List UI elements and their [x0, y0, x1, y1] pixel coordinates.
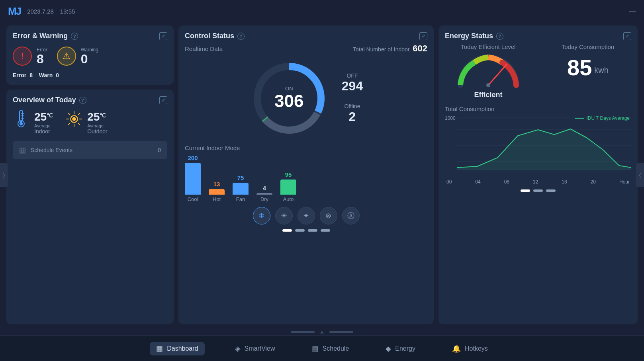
summary-warn-label: Warn	[39, 72, 53, 78]
left-column: Error & Warning ? ⤢ ! Error 8 ⚠ Warning …	[6, 25, 174, 324]
left-expand-button[interactable]: 〉	[0, 163, 8, 187]
outdoor-temp-data: 25 ℃ Average Outdoor	[87, 111, 108, 135]
dry-mode-button[interactable]: ⊗	[320, 207, 337, 224]
nav-schedule[interactable]: ▤ Schedule	[305, 342, 356, 355]
mode-bars: 200 Cool 13 Hot 75 Fan 4 Dry	[185, 154, 427, 202]
x-label-04: 04	[475, 179, 480, 185]
energy-pagination	[445, 189, 631, 192]
nav-schedule-label: Schedule	[323, 345, 349, 352]
overview-expand-icon[interactable]: ⤢	[159, 96, 167, 104]
mode-auto: 95 Auto	[280, 171, 296, 202]
schedule-events[interactable]: ▦ Schedule Events 0	[13, 141, 167, 159]
scroll-bar-left	[291, 331, 315, 333]
dot-4[interactable]	[321, 229, 330, 232]
nav-hotkeys[interactable]: 🔔 Hotkeys	[446, 342, 494, 355]
energy-dot-2[interactable]	[533, 189, 543, 192]
energy-dot-1[interactable]	[521, 189, 530, 192]
cool-label: Cool	[188, 196, 198, 202]
x-label-12: 12	[533, 179, 538, 185]
error-warning-help-icon[interactable]: ?	[71, 33, 78, 40]
error-item: ! Error 8	[13, 47, 47, 66]
nav-energy-label: Energy	[395, 345, 415, 352]
nav-energy[interactable]: ◆ Energy	[379, 342, 422, 355]
cool-mode-button[interactable]: ❄	[253, 207, 270, 224]
svg-point-8	[72, 117, 76, 121]
main-content: 〉 Error & Warning ? ⤢ ! Error 8 ⚠	[0, 22, 644, 328]
hotkeys-icon: 🔔	[452, 344, 461, 353]
cool-bar	[185, 163, 201, 195]
right-expand-button[interactable]: 〈	[636, 163, 644, 187]
auto-mode-button[interactable]: Ⓐ	[342, 207, 360, 224]
chart-x-labels: 00 04 08 12 16 20 Hour	[445, 179, 631, 185]
schedule-label: Schedule Events	[31, 147, 153, 153]
nav-hotkeys-label: Hotkeys	[465, 345, 488, 352]
indoor-mode-title: Current Indoor Mode	[185, 144, 427, 151]
auto-label: Auto	[283, 196, 294, 202]
auto-value: 95	[285, 171, 292, 178]
overview-title: Overview of Today ? ⤢	[13, 96, 167, 104]
svg-line-15	[78, 113, 80, 115]
svg-line-21	[488, 64, 507, 85]
error-warning-title: Error & Warning ? ⤢	[13, 32, 167, 40]
mode-dry: 4 Dry	[256, 185, 272, 202]
offline-stat: Offline 2	[342, 103, 363, 124]
outdoor-temp-icon	[66, 111, 82, 127]
dot-2[interactable]	[295, 229, 305, 232]
smartview-icon: ◈	[235, 344, 241, 353]
warning-count: 0	[81, 53, 98, 65]
header-date: 2023.7.28	[27, 8, 54, 15]
dry-label: Dry	[260, 196, 268, 202]
dot-1[interactable]	[282, 229, 292, 232]
energy-dot-3[interactable]	[546, 189, 556, 192]
error-summary: Error 8 Warn 0	[13, 72, 167, 78]
energy-expand-icon[interactable]: ⤢	[623, 32, 631, 40]
hot-mode-button[interactable]: ☀	[275, 207, 293, 224]
scroll-bar-right	[329, 331, 353, 333]
dot-3[interactable]	[308, 229, 317, 232]
logo: MJ	[8, 5, 21, 18]
nav-dashboard[interactable]: ▦ Dashboard	[150, 342, 204, 355]
schedule-icon: ▦	[19, 146, 26, 154]
nav-dashboard-label: Dashboard	[167, 345, 198, 352]
control-status-expand-icon[interactable]: ⤢	[419, 32, 427, 40]
svg-line-16	[69, 123, 70, 125]
minimize-button[interactable]: —	[629, 7, 636, 16]
fan-mode-button[interactable]: ✦	[298, 207, 315, 224]
control-status-panel: Control Status ? ⤢ Realtime Data Total N…	[178, 25, 434, 324]
overview-help-icon[interactable]: ?	[79, 97, 86, 104]
today-consumption: Today Consumption 85 kwh	[544, 43, 631, 99]
fan-label: Fan	[236, 196, 245, 202]
indoor-temp-value: 25 ℃	[34, 111, 53, 123]
mode-hot: 13 Hot	[209, 181, 225, 202]
fan-bar	[233, 183, 249, 195]
control-status-help-icon[interactable]: ?	[237, 33, 245, 40]
svg-rect-6	[20, 121, 22, 125]
schedule-count: 0	[158, 147, 161, 153]
nav-smartview[interactable]: ◈ SmartView	[229, 342, 282, 355]
chart-legend: IDU 7 Days Average	[575, 115, 630, 121]
error-warning-panel: Error & Warning ? ⤢ ! Error 8 ⚠ Warning …	[6, 25, 174, 85]
fan-value: 75	[237, 174, 244, 181]
donut-area: ON 306 OFF 294 Offline 2	[185, 59, 427, 138]
error-warning-expand-icon[interactable]: ⤢	[159, 32, 167, 40]
off-stat: OFF 294	[342, 72, 363, 94]
scroll-triangle: ▲	[319, 328, 325, 335]
energy-icon: ◆	[386, 344, 391, 353]
hot-bar	[209, 189, 225, 195]
chart-y-label: 1000	[445, 115, 456, 121]
energy-status-title: Energy Status ? ⤢	[445, 32, 631, 40]
warning-icon: ⚠	[57, 47, 76, 66]
realtime-header: Realtime Data Total Number of Indoor 602	[185, 43, 427, 54]
indoor-temp-item: 25 ℃ Average Indoor	[13, 111, 53, 135]
energy-help-icon[interactable]: ?	[496, 33, 503, 40]
cool-value: 200	[188, 154, 198, 161]
mode-fan: 75 Fan	[233, 174, 249, 202]
hot-value: 13	[213, 181, 220, 187]
error-count-block: Error 8	[37, 47, 47, 65]
donut-center-text: ON 306	[274, 86, 303, 111]
realtime-label: Realtime Data	[185, 45, 223, 52]
warning-count-block: Warning 0	[81, 47, 98, 65]
control-pagination	[185, 229, 427, 232]
legend-label: IDU 7 Days Average	[587, 115, 630, 121]
dry-value: 4	[263, 185, 266, 191]
